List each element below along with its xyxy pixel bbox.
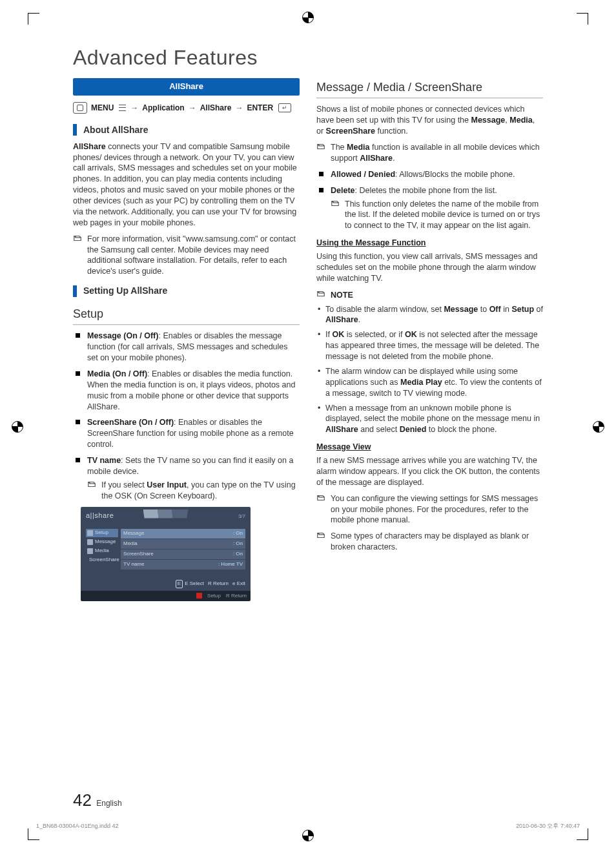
registration-mark-icon: [593, 421, 604, 433]
tv-row-screenshare: ScreenShare: On: [121, 550, 245, 559]
note-item: The alarm window can be displayed while …: [316, 366, 543, 399]
tv-tab: [143, 509, 160, 519]
crop-mark: [28, 13, 39, 14]
columns: AllShare MENU → Application → AllShare →…: [73, 78, 543, 601]
gear-icon: [87, 530, 93, 536]
crop-mark: [28, 828, 28, 840]
media-note: The Media function is available in all m…: [316, 142, 543, 164]
registration-mark-icon: [12, 421, 23, 433]
msg-view-note-1-text: You can configure the viewing settings f…: [331, 493, 543, 526]
registration-mark-icon: [302, 12, 314, 23]
horizontal-rule: [316, 98, 543, 99]
left-column: AllShare MENU → Application → AllShare →…: [73, 78, 300, 601]
tv-nav-media: Media: [86, 547, 118, 555]
menu-icon: [119, 105, 126, 111]
tv-tab: [172, 509, 189, 519]
remote-icon: [73, 102, 87, 114]
using-message-heading: Using the Message Function: [316, 238, 543, 249]
tv-row-media: Media: On: [121, 539, 245, 549]
message-view-body: If a new SMS message arrives while you a…: [316, 455, 543, 488]
setup-item-message: Message (On / Off): Enables or disables …: [73, 331, 300, 364]
setup-heading: Setup: [73, 306, 300, 322]
crop-mark: [577, 839, 588, 840]
page-number: 42 English: [73, 789, 122, 812]
tv-nav-screenshare: ScreenShare: [86, 556, 118, 564]
page-number-value: 42: [73, 790, 92, 810]
about-allshare-heading: About AllShare: [73, 124, 300, 136]
right-column: Message / Media / ScreenShare Shows a li…: [316, 78, 543, 601]
crop-mark: [28, 839, 39, 840]
menu-path: MENU → Application → AllShare → ENTER: [73, 102, 300, 114]
about-note-text: For more information, visit "www.samsung…: [87, 234, 300, 278]
enter-icon: [278, 103, 291, 112]
message-view-heading: Message View: [316, 442, 543, 453]
tv-bottom-bar: Setup R Return: [81, 591, 251, 602]
about-allshare-body: AllShare connects your TV and compatible…: [73, 141, 300, 229]
using-message-body: Using this function, you view call arriv…: [316, 251, 543, 284]
sheet: Advanced Features AllShare MENU → Applic…: [0, 0, 616, 853]
tv-left-nav: Setup Message Media ScreenShare: [86, 529, 118, 581]
tv-action-return: R Return: [208, 581, 229, 588]
setup-list: Message (On / Off): Enables or disables …: [73, 331, 300, 501]
note-item: To disable the alarm window, set Message…: [316, 304, 543, 326]
mms-heading: Message / Media / ScreenShare: [316, 79, 543, 95]
msg-view-note-2: Some types of characters may be displaye…: [316, 531, 543, 553]
setup-item-media: Media (On / Off): Enables or disables th…: [73, 369, 300, 413]
note-icon: [331, 199, 340, 232]
phone-list-actions: Allowed / Denied: Allows/Blocks the mobi…: [316, 169, 543, 231]
bc-allshare: AllShare: [200, 103, 232, 113]
note-item: When a message from an unknown mobile ph…: [316, 403, 543, 436]
menu-label: MENU: [91, 103, 114, 113]
media-icon: [87, 548, 93, 554]
tv-body: Setup Message Media ScreenShare Message:…: [86, 529, 245, 581]
setup-item-tvname: TV name: Sets the TV name so you can fin…: [73, 455, 300, 502]
section-bar-allshare: AllShare: [73, 78, 300, 96]
enter-label: ENTER: [247, 103, 273, 113]
footer-timestamp: 2010-06-30 오후 7:40:47: [516, 822, 580, 830]
note-item: If OK is selected, or if OK is not selec…: [316, 329, 543, 362]
crop-mark: [577, 13, 588, 14]
setting-up-heading: Setting Up AllShare: [73, 285, 300, 297]
footer-filename: 1_BN68-03004A-01Eng.indd 42: [36, 822, 119, 830]
setting-up-heading-text: Setting Up AllShare: [83, 285, 167, 297]
tv-counter: 3/7: [238, 513, 245, 520]
setup-item-screenshare: ScreenShare (On / Off): Enables or disab…: [73, 417, 300, 450]
media-note-text: The Media function is available in all m…: [331, 142, 543, 164]
tv-action-bar: EE Select R Return e Exit: [176, 580, 245, 588]
note-list: To disable the alarm window, set Message…: [316, 304, 543, 436]
note-icon: [316, 531, 325, 553]
action-allowed-denied: Allowed / Denied: Allows/Blocks the mobi…: [316, 169, 543, 180]
tv-action-select: EE Select: [176, 580, 204, 588]
msg-view-note-1: You can configure the viewing settings f…: [316, 493, 543, 526]
crop-mark: [588, 13, 588, 25]
arrow-icon: →: [235, 103, 243, 113]
note-heading: NOTE: [316, 289, 543, 302]
page-language: English: [96, 799, 121, 808]
envelope-icon: [87, 539, 93, 545]
action-delete: Delete: Deletes the mobile phone from th…: [316, 185, 543, 232]
footer-meta: 1_BN68-03004A-01Eng.indd 42 2010-06-30 오…: [36, 822, 580, 830]
about-body-text: connects your TV and compatible Samsung …: [73, 142, 297, 227]
note-icon: [87, 480, 96, 502]
tvname-note: If you select User Input, you can type o…: [87, 480, 300, 502]
delete-note-text: This function only deletes the name of t…: [345, 199, 543, 232]
page-title: Advanced Features: [73, 44, 543, 72]
tv-nav-message: Message: [86, 538, 118, 546]
msg-view-note-2-text: Some types of characters may be displaye…: [331, 531, 543, 553]
note-icon: [316, 142, 325, 164]
note-icon: [316, 493, 325, 526]
tv-action-exit: e Exit: [232, 581, 245, 588]
bc-application: Application: [142, 103, 184, 113]
red-a-button-icon: [196, 593, 202, 599]
arrow-icon: →: [189, 103, 196, 113]
tv-row-message: Message: On: [121, 529, 245, 539]
page-content: Advanced Features AllShare MENU → Applic…: [73, 44, 543, 814]
registration-mark-icon: [302, 830, 314, 841]
tvname-note-text: If you select User Input, you can type o…: [101, 480, 300, 502]
note-icon: [73, 234, 82, 278]
tv-tab: [158, 509, 174, 519]
tv-nav-setup: Setup: [86, 529, 118, 537]
tv-tabs: [145, 509, 187, 519]
about-allshare-heading-text: About AllShare: [83, 124, 149, 136]
about-note: For more information, visit "www.samsung…: [73, 234, 300, 278]
